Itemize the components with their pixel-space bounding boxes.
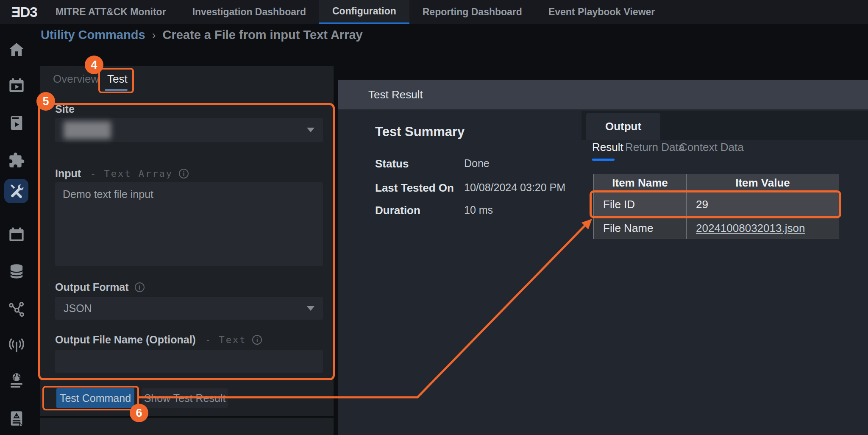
table-header-item-value: Item Value bbox=[687, 174, 839, 191]
schedule-calendar-icon[interactable] bbox=[7, 226, 26, 244]
integrations-puzzle-icon[interactable] bbox=[7, 151, 26, 170]
table-cell-file-name-value: 20241008032013.json bbox=[687, 218, 839, 239]
subtab-result-active-underline bbox=[592, 159, 615, 161]
tab-overview[interactable]: Overview bbox=[53, 72, 99, 86]
breadcrumb-separator: › bbox=[152, 29, 156, 42]
annotation-step-5: 5 bbox=[36, 92, 55, 111]
nav-item-investigation-dashboard[interactable]: Investigation Dashboard bbox=[179, 0, 319, 24]
tab-output[interactable]: Output bbox=[586, 113, 660, 140]
subtab-return-data[interactable]: Return Data bbox=[625, 141, 684, 154]
subtab-result[interactable]: Result bbox=[592, 141, 623, 154]
nav-item-event-playbook-viewer[interactable]: Event Playbook Viewer bbox=[535, 0, 668, 24]
sites-globe-icon[interactable] bbox=[7, 371, 26, 390]
summary-row-last-tested: Last Tested On 10/08/2024 03:20 PM bbox=[375, 181, 579, 195]
playbook-video-book-icon[interactable] bbox=[7, 114, 26, 132]
show-test-result-button[interactable]: Show Test Result bbox=[142, 388, 228, 408]
top-nav-bar: ƎD3 MITRE ATT&CK Monitor Investigation D… bbox=[0, 0, 868, 24]
test-result-title: Test Result bbox=[368, 88, 423, 101]
last-tested-value: 10/08/2024 03:20 PM bbox=[464, 181, 565, 195]
d3-logo[interactable]: ƎD3 bbox=[6, 0, 42, 24]
file-download-link[interactable]: 20241008032013.json bbox=[696, 222, 805, 235]
nav-item-configuration[interactable]: Configuration bbox=[319, 0, 409, 24]
annotation-box-form bbox=[38, 103, 335, 380]
test-result-header: Test Result bbox=[338, 80, 868, 109]
test-result-panel: Test Result Test Summary Status Done Las… bbox=[338, 80, 868, 435]
panel-divider bbox=[40, 416, 334, 418]
event-calendar-play-icon[interactable] bbox=[7, 76, 26, 95]
summary-row-status: Status Done bbox=[375, 157, 579, 170]
duration-label: Duration bbox=[375, 204, 464, 217]
nav-item-mitre-attack-monitor[interactable]: MITRE ATT&CK Monitor bbox=[42, 0, 179, 24]
annotation-box-file-id-row bbox=[590, 190, 841, 218]
status-label: Status bbox=[375, 157, 464, 170]
table-cell-file-name-name: File Name bbox=[594, 218, 686, 239]
nav-item-reporting-dashboard[interactable]: Reporting Dashboard bbox=[409, 0, 535, 24]
subtab-context-data[interactable]: Context Data bbox=[679, 141, 744, 154]
incident-report-document-icon[interactable] bbox=[7, 409, 26, 428]
annotation-step-4: 4 bbox=[85, 56, 103, 74]
last-tested-label: Last Tested On bbox=[375, 181, 464, 195]
page-title: Create a File from input Text Array bbox=[163, 28, 363, 42]
duration-value: 10 ms bbox=[464, 204, 493, 217]
breadcrumb: Utility Commands › Create a File from in… bbox=[41, 28, 363, 42]
database-icon[interactable] bbox=[7, 262, 26, 281]
annotation-box-test-tab bbox=[98, 68, 134, 93]
utility-commands-tools-icon[interactable] bbox=[7, 181, 26, 200]
test-summary-heading: Test Summary bbox=[375, 124, 465, 139]
breadcrumb-parent-link[interactable]: Utility Commands bbox=[41, 28, 145, 42]
summary-row-duration: Duration 10 ms bbox=[375, 204, 579, 217]
table-header-item-name: Item Name bbox=[594, 174, 686, 191]
broadcast-icon[interactable] bbox=[7, 336, 26, 354]
annotation-step-6: 6 bbox=[130, 404, 148, 422]
annotation-box-test-command bbox=[42, 386, 139, 410]
status-value: Done bbox=[464, 157, 490, 170]
share-nodes-icon[interactable] bbox=[7, 300, 26, 319]
home-icon[interactable] bbox=[7, 40, 26, 59]
